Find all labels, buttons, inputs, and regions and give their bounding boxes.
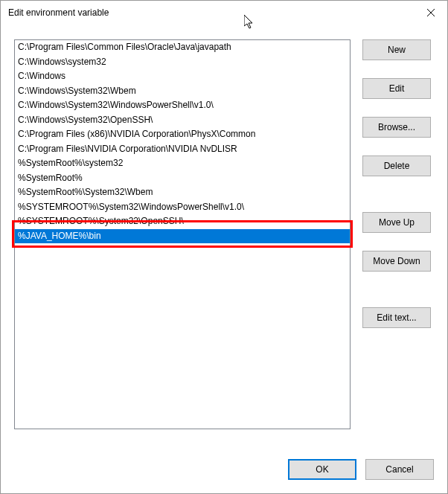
cancel-button[interactable]: Cancel (365, 459, 434, 480)
side-buttons: New Edit Browse... Delete Move Up Move D… (362, 39, 431, 437)
list-item[interactable]: C:\Windows\System32\WindowsPowerShell\v1… (15, 98, 350, 113)
list-item[interactable]: %SYSTEMROOT%\System32\OpenSSH\ (15, 214, 350, 229)
list-item[interactable]: C:\Windows\System32\OpenSSH\ (15, 113, 350, 128)
list-item[interactable]: %SystemRoot%\system32 (15, 156, 350, 171)
close-button[interactable] (414, 1, 447, 25)
dialog-content: C:\Program Files\Common Files\Oracle\Jav… (1, 25, 447, 493)
path-listbox[interactable]: C:\Program Files\Common Files\Oracle\Jav… (14, 39, 351, 429)
move-down-button[interactable]: Move Down (362, 251, 431, 272)
move-up-button[interactable]: Move Up (362, 212, 431, 233)
window-title: Edit environment variable (8, 7, 109, 18)
edit-button[interactable]: Edit (362, 78, 431, 99)
listbox-wrapper: C:\Program Files\Common Files\Oracle\Jav… (14, 39, 351, 437)
ok-button[interactable]: OK (288, 459, 356, 480)
list-item[interactable]: C:\Windows\system32 (15, 55, 350, 70)
delete-button[interactable]: Delete (362, 155, 431, 176)
list-item[interactable]: %SystemRoot%\System32\Wbem (15, 185, 350, 200)
list-item[interactable]: C:\Program Files (x86)\NVIDIA Corporatio… (15, 127, 350, 142)
list-item[interactable]: %JAVA_HOME%\bin (15, 229, 350, 244)
list-item[interactable]: %SYSTEMROOT%\System32\WindowsPowerShell\… (15, 200, 350, 215)
list-item[interactable]: C:\Program Files\NVIDIA Corporation\NVID… (15, 142, 350, 157)
new-button[interactable]: New (362, 39, 431, 60)
list-item[interactable]: C:\Program Files\Common Files\Oracle\Jav… (15, 40, 350, 55)
list-item[interactable]: C:\Windows\System32\Wbem (15, 84, 350, 99)
list-item[interactable]: %SystemRoot% (15, 171, 350, 186)
titlebar: Edit environment variable (1, 1, 447, 25)
edit-text-button[interactable]: Edit text... (362, 307, 431, 328)
list-item[interactable]: C:\Windows (15, 69, 350, 84)
bottom-buttons: OK Cancel (14, 437, 434, 480)
close-icon (427, 9, 435, 16)
browse-button[interactable]: Browse... (362, 117, 431, 138)
main-area: C:\Program Files\Common Files\Oracle\Jav… (14, 39, 434, 437)
